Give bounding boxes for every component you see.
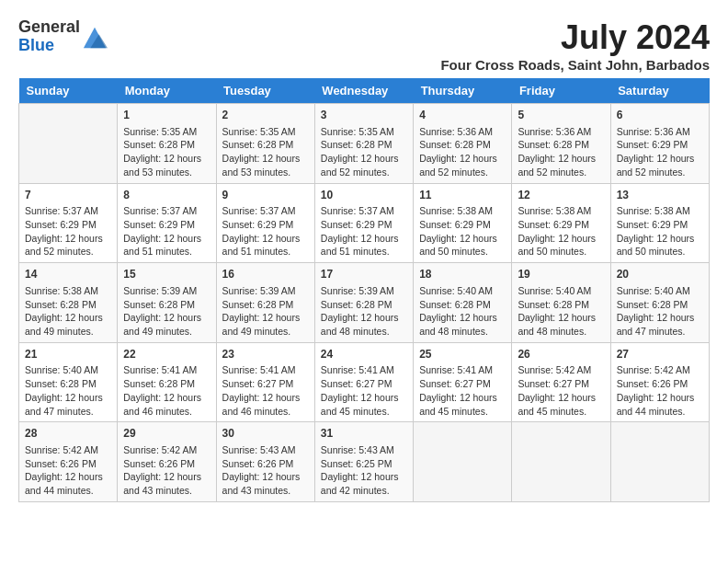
day-number: 24 (321, 347, 407, 362)
day-info: Sunrise: 5:35 AMSunset: 6:28 PMDaylight:… (321, 125, 407, 179)
calendar-cell: 21Sunrise: 5:40 AMSunset: 6:28 PMDayligh… (19, 342, 118, 422)
weekday-header-monday: Monday (118, 78, 216, 104)
month-year-title: July 2024 (440, 18, 710, 57)
calendar-cell: 10Sunrise: 5:37 AMSunset: 6:29 PMDayligh… (314, 183, 413, 263)
calendar-cell: 6Sunrise: 5:36 AMSunset: 6:29 PMDaylight… (610, 104, 709, 184)
calendar-cell: 5Sunrise: 5:36 AMSunset: 6:28 PMDaylight… (512, 104, 610, 184)
calendar-cell: 22Sunrise: 5:41 AMSunset: 6:28 PMDayligh… (118, 342, 216, 422)
day-info: Sunrise: 5:43 AMSunset: 6:26 PMDaylight:… (222, 443, 309, 498)
day-info: Sunrise: 5:40 AMSunset: 6:28 PMDaylight:… (419, 284, 506, 339)
weekday-header-thursday: Thursday (414, 78, 512, 104)
calendar-cell: 12Sunrise: 5:38 AMSunset: 6:29 PMDayligh… (512, 183, 610, 263)
logo-general: General (18, 17, 80, 36)
day-number: 20 (617, 267, 703, 282)
day-info: Sunrise: 5:37 AMSunset: 6:29 PMDaylight:… (123, 204, 210, 259)
day-number: 11 (419, 188, 506, 203)
calendar-week-row: 1Sunrise: 5:35 AMSunset: 6:28 PMDaylight… (19, 104, 710, 184)
day-info: Sunrise: 5:40 AMSunset: 6:28 PMDaylight:… (617, 284, 703, 339)
day-number: 25 (419, 347, 506, 362)
calendar-cell: 16Sunrise: 5:39 AMSunset: 6:28 PMDayligh… (216, 263, 314, 343)
calendar-cell: 29Sunrise: 5:42 AMSunset: 6:26 PMDayligh… (118, 422, 216, 502)
calendar-cell: 11Sunrise: 5:38 AMSunset: 6:29 PMDayligh… (414, 183, 512, 263)
day-number: 26 (518, 347, 604, 362)
calendar-cell (19, 104, 118, 184)
calendar-cell: 27Sunrise: 5:42 AMSunset: 6:26 PMDayligh… (610, 342, 709, 422)
day-number: 31 (321, 426, 407, 442)
page-header: General Blue July 2024 Four Cross Roads,… (18, 18, 710, 73)
day-number: 4 (419, 108, 506, 123)
calendar-week-row: 21Sunrise: 5:40 AMSunset: 6:28 PMDayligh… (19, 342, 710, 422)
day-info: Sunrise: 5:43 AMSunset: 6:25 PMDaylight:… (321, 443, 407, 498)
day-info: Sunrise: 5:41 AMSunset: 6:27 PMDaylight:… (419, 363, 506, 418)
day-number: 12 (518, 188, 604, 203)
calendar-cell: 30Sunrise: 5:43 AMSunset: 6:26 PMDayligh… (216, 422, 314, 502)
day-info: Sunrise: 5:39 AMSunset: 6:28 PMDaylight:… (222, 284, 309, 339)
calendar-cell: 8Sunrise: 5:37 AMSunset: 6:29 PMDaylight… (118, 183, 216, 263)
weekday-header-friday: Friday (512, 78, 610, 104)
day-number: 1 (123, 108, 210, 123)
day-number: 14 (25, 267, 111, 282)
day-number: 15 (123, 267, 210, 282)
day-info: Sunrise: 5:36 AMSunset: 6:29 PMDaylight:… (617, 125, 703, 179)
calendar-cell: 15Sunrise: 5:39 AMSunset: 6:28 PMDayligh… (118, 263, 216, 343)
day-info: Sunrise: 5:41 AMSunset: 6:28 PMDaylight:… (123, 363, 210, 418)
day-info: Sunrise: 5:36 AMSunset: 6:28 PMDaylight:… (419, 125, 506, 179)
day-number: 27 (617, 347, 703, 362)
day-info: Sunrise: 5:35 AMSunset: 6:28 PMDaylight:… (222, 125, 309, 179)
calendar-cell: 23Sunrise: 5:41 AMSunset: 6:27 PMDayligh… (216, 342, 314, 422)
calendar-cell: 4Sunrise: 5:36 AMSunset: 6:28 PMDaylight… (414, 104, 512, 184)
day-number: 17 (321, 267, 407, 282)
calendar-cell (610, 422, 709, 502)
day-info: Sunrise: 5:37 AMSunset: 6:29 PMDaylight:… (321, 204, 407, 259)
day-info: Sunrise: 5:38 AMSunset: 6:29 PMDaylight:… (617, 204, 703, 259)
calendar-cell: 17Sunrise: 5:39 AMSunset: 6:28 PMDayligh… (314, 263, 413, 343)
logo: General Blue (18, 18, 108, 55)
day-info: Sunrise: 5:38 AMSunset: 6:29 PMDaylight:… (419, 204, 506, 259)
day-info: Sunrise: 5:39 AMSunset: 6:28 PMDaylight:… (123, 284, 210, 339)
title-block: July 2024 Four Cross Roads, Saint John, … (440, 18, 710, 73)
calendar-cell: 1Sunrise: 5:35 AMSunset: 6:28 PMDaylight… (118, 104, 216, 184)
calendar-week-row: 14Sunrise: 5:38 AMSunset: 6:28 PMDayligh… (19, 263, 710, 343)
day-number: 23 (222, 347, 309, 362)
calendar-cell: 2Sunrise: 5:35 AMSunset: 6:28 PMDaylight… (216, 104, 314, 184)
calendar-cell: 18Sunrise: 5:40 AMSunset: 6:28 PMDayligh… (414, 263, 512, 343)
day-number: 13 (617, 188, 703, 203)
weekday-header-row: SundayMondayTuesdayWednesdayThursdayFrid… (19, 78, 710, 104)
day-info: Sunrise: 5:40 AMSunset: 6:28 PMDaylight:… (25, 363, 111, 418)
calendar-cell: 9Sunrise: 5:37 AMSunset: 6:29 PMDaylight… (216, 183, 314, 263)
calendar-cell: 26Sunrise: 5:42 AMSunset: 6:27 PMDayligh… (512, 342, 610, 422)
day-number: 19 (518, 267, 604, 282)
calendar-cell: 14Sunrise: 5:38 AMSunset: 6:28 PMDayligh… (19, 263, 118, 343)
day-number: 18 (419, 267, 506, 282)
day-info: Sunrise: 5:42 AMSunset: 6:26 PMDaylight:… (123, 443, 210, 498)
day-info: Sunrise: 5:38 AMSunset: 6:29 PMDaylight:… (518, 204, 604, 259)
day-info: Sunrise: 5:42 AMSunset: 6:27 PMDaylight:… (518, 363, 604, 418)
day-number: 8 (123, 188, 210, 203)
weekday-header-wednesday: Wednesday (314, 78, 413, 104)
day-info: Sunrise: 5:35 AMSunset: 6:28 PMDaylight:… (123, 125, 210, 179)
day-info: Sunrise: 5:41 AMSunset: 6:27 PMDaylight:… (222, 363, 309, 418)
logo-icon (82, 24, 108, 50)
day-info: Sunrise: 5:42 AMSunset: 6:26 PMDaylight:… (617, 363, 703, 418)
logo-blue: Blue (18, 36, 54, 54)
calendar-cell: 19Sunrise: 5:40 AMSunset: 6:28 PMDayligh… (512, 263, 610, 343)
weekday-header-saturday: Saturday (610, 78, 709, 104)
day-number: 21 (25, 347, 111, 362)
day-number: 9 (222, 188, 309, 203)
calendar-cell: 7Sunrise: 5:37 AMSunset: 6:29 PMDaylight… (19, 183, 118, 263)
calendar-cell: 3Sunrise: 5:35 AMSunset: 6:28 PMDaylight… (314, 104, 413, 184)
day-info: Sunrise: 5:40 AMSunset: 6:28 PMDaylight:… (518, 284, 604, 339)
day-info: Sunrise: 5:37 AMSunset: 6:29 PMDaylight:… (25, 204, 111, 259)
day-info: Sunrise: 5:36 AMSunset: 6:28 PMDaylight:… (518, 125, 604, 179)
day-number: 30 (222, 426, 309, 442)
day-number: 6 (617, 108, 703, 123)
day-number: 29 (123, 426, 210, 442)
location-title: Four Cross Roads, Saint John, Barbados (440, 57, 710, 73)
day-info: Sunrise: 5:37 AMSunset: 6:29 PMDaylight:… (222, 204, 309, 259)
day-number: 7 (25, 188, 111, 203)
calendar-cell: 25Sunrise: 5:41 AMSunset: 6:27 PMDayligh… (414, 342, 512, 422)
calendar-week-row: 28Sunrise: 5:42 AMSunset: 6:26 PMDayligh… (19, 422, 710, 502)
day-number: 28 (25, 426, 111, 442)
calendar-cell (512, 422, 610, 502)
calendar-cell: 20Sunrise: 5:40 AMSunset: 6:28 PMDayligh… (610, 263, 709, 343)
